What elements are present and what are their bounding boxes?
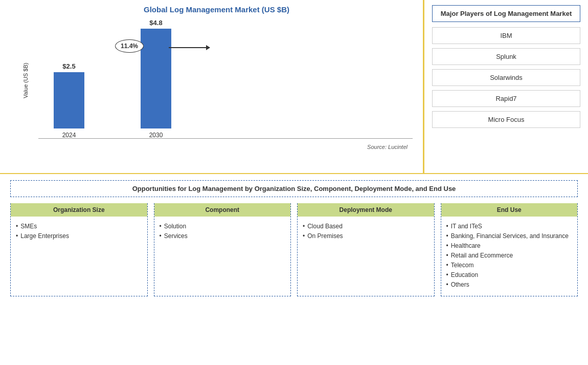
bullet-icon: • [446, 262, 448, 269]
component-items: • Solution • Services [154, 221, 291, 247]
player-rapid7: Rapid7 [432, 90, 580, 107]
cagr-annotation: 11.4% [115, 39, 144, 53]
bar-2024-rect [54, 72, 84, 128]
bullet-icon: • [16, 232, 18, 240]
category-deployment: Deployment Mode • Cloud Based • On Premi… [297, 203, 435, 296]
bullet-icon: • [446, 242, 448, 249]
enduse-item-retail: • Retail and Ecommerce [446, 252, 573, 259]
chart-title: Global Log Management Market (US $B) [20, 5, 413, 14]
bar-2030: $4.8 2030 [141, 19, 171, 139]
bullet-icon: • [446, 252, 448, 259]
org-item-smes: • SMEs [16, 223, 142, 230]
enduse-item-telecom: • Telecom [446, 262, 573, 269]
bullet-icon: • [446, 223, 448, 230]
comp-item-solution: • Solution [160, 223, 286, 230]
deployment-header: Deployment Mode [298, 203, 434, 217]
enduse-item-others: • Others [446, 281, 573, 288]
bullet-icon: • [446, 281, 448, 288]
enduse-item-it: • IT and ITeS [446, 223, 573, 230]
player-solarwinds: Solarwinds [432, 69, 580, 86]
org-size-items: • SMEs • Large Enterprises [11, 221, 147, 247]
bullet-icon: • [160, 232, 162, 240]
bar-2030-value: $4.8 [149, 19, 162, 27]
org-item-large: • Large Enterprises [16, 232, 142, 240]
deploy-item-cloud: • Cloud Based [303, 223, 429, 230]
bullet-icon: • [16, 223, 18, 230]
category-enduse: End Use • IT and ITeS • Banking, Financi… [441, 203, 578, 296]
enduse-header: End Use [441, 203, 578, 217]
y-axis-label: Value (US $B) [20, 19, 31, 142]
x-axis-line [38, 138, 413, 139]
bullet-icon: • [446, 232, 448, 240]
opportunities-title: Opportunities for Log Management by Orga… [10, 180, 578, 197]
org-size-header: Organization Size [11, 203, 147, 217]
enduse-item-education: • Education [446, 271, 573, 278]
comp-item-services: • Services [160, 232, 286, 240]
arrow-line [169, 47, 210, 48]
bar-2030-rect [141, 29, 171, 128]
bullet-icon: • [446, 271, 448, 278]
bar-2030-label: 2030 [149, 132, 163, 139]
enduse-item-healthcare: • Healthcare [446, 242, 573, 249]
bullet-icon: • [160, 223, 162, 230]
deployment-items: • Cloud Based • On Premises [298, 221, 434, 247]
deploy-item-onprem: • On Premises [303, 232, 429, 240]
bar-2024-label: 2024 [62, 132, 76, 139]
categories-row: Organization Size • SMEs • Large Enterpr… [10, 203, 578, 296]
bar-2024: $2.5 2024 [54, 62, 84, 139]
bottom-section: Opportunities for Log Management by Orga… [0, 174, 588, 303]
player-splunk: Splunk [432, 48, 580, 65]
bar-2024-value: $2.5 [62, 62, 75, 70]
bullet-icon: • [303, 232, 305, 240]
players-title: Major Players of Log Management Market [432, 5, 580, 22]
player-ibm: IBM [432, 27, 580, 44]
enduse-item-banking: • Banking, Financial Services, and Insur… [446, 232, 573, 240]
enduse-items: • IT and ITeS • Banking, Financial Servi… [441, 221, 578, 296]
major-players-area: Major Players of Log Management Market I… [424, 0, 588, 173]
category-component: Component • Solution • Services [154, 203, 291, 296]
component-header: Component [154, 203, 291, 217]
category-org-size: Organization Size • SMEs • Large Enterpr… [10, 203, 148, 296]
bullet-icon: • [303, 223, 305, 230]
player-microfocus: Micro Focus [432, 111, 580, 128]
